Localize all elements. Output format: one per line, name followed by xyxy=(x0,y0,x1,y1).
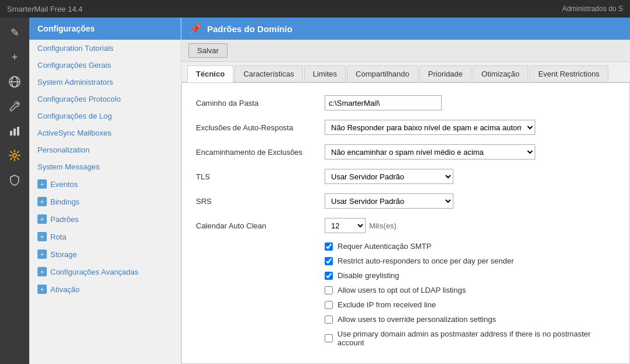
sidebar-item-configuration-tutorials[interactable]: Configuration Tutorials xyxy=(29,40,181,57)
checkbox-row-ldap: Allow users to opt out of LDAP listings xyxy=(196,286,615,294)
top-bar: SmarterMail Free 14.4 Administrados do S xyxy=(0,0,630,18)
svg-rect-5 xyxy=(17,127,19,136)
form-area: Caminho da Pasta Exclusões de Auto-Respo… xyxy=(181,82,630,364)
main-layout: ✎ + Configurações Configuration Tutorial… xyxy=(0,18,630,364)
content-header: 📌 Padrões do Domínio xyxy=(181,18,630,40)
form-row-exclusoes-auto: Exclusões de Auto-Resposta Não Responder… xyxy=(196,119,615,136)
expand-rota-icon: + xyxy=(37,232,47,241)
globe-icon[interactable] xyxy=(3,71,26,92)
sidebar: Configurações Configuration Tutorials Co… xyxy=(29,18,181,364)
content-title: Padrões do Domínio xyxy=(207,24,292,34)
shield-icon[interactable] xyxy=(3,169,26,190)
expand-storage-icon: + xyxy=(37,249,47,259)
checkbox-auto-responders[interactable] xyxy=(325,257,333,265)
wrench-icon[interactable] xyxy=(3,96,26,117)
sidebar-item-configuracoes-log[interactable]: Configurações de Log xyxy=(29,108,181,124)
control-tls: Usar Servidor Padrão xyxy=(325,169,615,184)
control-caminho xyxy=(325,95,615,110)
svg-point-6 xyxy=(13,154,16,157)
compose-icon[interactable]: ✎ xyxy=(3,22,26,43)
calendar-unit-label: Mês(es) xyxy=(369,221,397,230)
form-row-tls: TLS Usar Servidor Padrão xyxy=(196,168,615,185)
sidebar-item-personalization[interactable]: Personalization xyxy=(29,141,181,158)
sidebar-item-activesync[interactable]: ActiveSync Mailboxes xyxy=(29,124,181,141)
save-button[interactable]: Salvar xyxy=(188,43,228,58)
checkbox-label-personalization[interactable]: Allow users to override personalization … xyxy=(338,315,496,324)
sidebar-item-configuracoes-gerais[interactable]: Configurações Gerais xyxy=(29,57,181,74)
label-exclusoes-auto: Exclusões de Auto-Resposta xyxy=(196,123,325,132)
action-bar: Salvar xyxy=(181,40,630,62)
select-calendar-number[interactable]: 12 1 6 24 xyxy=(325,218,366,233)
calendar-clean-control: 12 1 6 24 Mês(es) xyxy=(325,218,397,233)
tab-compartilhando[interactable]: Compartilhando xyxy=(347,65,418,82)
checkbox-ldap[interactable] xyxy=(325,286,333,294)
select-exclusoes-auto[interactable]: Não Responder para baixo nível de spam e… xyxy=(325,120,535,135)
tab-event-restrictions[interactable]: Event Restrictions xyxy=(529,65,608,82)
label-tls: TLS xyxy=(196,172,325,181)
checkbox-personalization[interactable] xyxy=(325,316,333,324)
input-caminho[interactable] xyxy=(325,95,442,110)
expand-avancadas-icon: + xyxy=(37,267,47,276)
expand-bindings-icon: + xyxy=(37,197,47,206)
gear-icon[interactable] xyxy=(3,145,26,166)
select-encaminhamento[interactable]: Não encaminhar o spam nível médio e acim… xyxy=(325,144,535,160)
tabs-row: Técnico Características Limites Comparti… xyxy=(181,62,630,82)
form-row-encaminhamento: Encaminhamento de Exclusões Não encaminh… xyxy=(196,144,615,160)
checkbox-label-postmaster[interactable]: Use primary domain admin as postmaster a… xyxy=(338,330,615,347)
label-caminho: Caminho da Pasta xyxy=(196,99,325,108)
select-srs[interactable]: Usar Servidor Padrão xyxy=(325,193,453,209)
checkbox-row-auto-responders: Restrict auto-responders to once per day… xyxy=(196,256,615,265)
checkbox-row-smtp: Requer Autenticação SMTP xyxy=(196,242,615,251)
sidebar-item-storage[interactable]: + Storage xyxy=(29,245,181,263)
select-tls[interactable]: Usar Servidor Padrão xyxy=(325,169,453,184)
tab-limites[interactable]: Limites xyxy=(304,65,346,82)
checkbox-row-personalization: Allow users to override personalization … xyxy=(196,315,615,324)
compose-add-icon[interactable]: + xyxy=(3,47,26,68)
tab-tecnico[interactable]: Técnico xyxy=(187,65,233,82)
checkbox-label-greylisting[interactable]: Disable greylisting xyxy=(338,271,400,280)
checkbox-label-ldap[interactable]: Allow users to opt out of LDAP listings xyxy=(338,286,466,294)
tab-prioridade[interactable]: Prioridade xyxy=(419,65,471,82)
checkbox-row-postmaster: Use primary domain admin as postmaster a… xyxy=(196,330,615,347)
control-exclusoes-auto: Não Responder para baixo nível de spam e… xyxy=(325,120,615,135)
label-srs: SRS xyxy=(196,197,325,206)
sidebar-header: Configurações xyxy=(29,18,181,40)
bar-chart-icon[interactable] xyxy=(3,120,26,141)
control-encaminhamento: Não encaminhar o spam nível médio e acim… xyxy=(325,144,615,160)
sidebar-item-system-administrators[interactable]: System Administrators xyxy=(29,74,181,91)
form-row-srs: SRS Usar Servidor Padrão xyxy=(196,193,615,209)
app-title: SmarterMail Free 14.4 xyxy=(7,5,82,13)
label-calendar-clean: Calendar Auto Clean xyxy=(196,221,325,230)
control-calendar-clean: 12 1 6 24 Mês(es) xyxy=(325,218,615,233)
tab-otimizacao[interactable]: Otimização xyxy=(473,65,528,82)
expand-padroes-icon: + xyxy=(37,214,47,224)
checkbox-label-smtp[interactable]: Requer Autenticação SMTP xyxy=(338,242,431,251)
expand-ativacao-icon: + xyxy=(37,285,47,294)
content-area: 📌 Padrões do Domínio Salvar Técnico Cara… xyxy=(181,18,630,364)
checkbox-exclude-ip[interactable] xyxy=(325,301,333,309)
sidebar-item-ativacao[interactable]: + Ativação xyxy=(29,280,181,298)
sidebar-item-configuracoes-avancadas[interactable]: + Configurações Avançadas xyxy=(29,263,181,280)
expand-eventos-icon: + xyxy=(37,179,47,189)
form-row-caminho: Caminho da Pasta xyxy=(196,95,615,111)
icon-rail: ✎ + xyxy=(0,18,29,364)
checkbox-row-greylisting: Disable greylisting xyxy=(196,271,615,280)
control-srs: Usar Servidor Padrão xyxy=(325,193,615,209)
checkbox-label-exclude-ip[interactable]: Exclude IP from received line xyxy=(338,300,436,309)
checkbox-label-auto-responders[interactable]: Restrict auto-responders to once per day… xyxy=(338,256,514,265)
sidebar-item-configuracoes-protocolo[interactable]: Configurações Protocolo xyxy=(29,91,181,108)
sidebar-item-rota[interactable]: + Rota xyxy=(29,228,181,245)
sidebar-item-padroes[interactable]: + Padrões xyxy=(29,210,181,228)
sidebar-item-eventos[interactable]: + Eventos xyxy=(29,175,181,193)
sidebar-item-system-messages[interactable]: System Messages xyxy=(29,158,181,175)
sidebar-item-bindings[interactable]: + Bindings xyxy=(29,193,181,210)
svg-rect-3 xyxy=(10,131,12,136)
form-row-calendar-clean: Calendar Auto Clean 12 1 6 24 Mês(es) xyxy=(196,217,615,234)
checkbox-row-exclude-ip: Exclude IP from received line xyxy=(196,300,615,309)
label-encaminhamento: Encaminhamento de Exclusões xyxy=(196,148,325,157)
checkbox-postmaster[interactable] xyxy=(325,334,333,342)
checkbox-smtp[interactable] xyxy=(325,242,333,251)
tab-caracteristicas[interactable]: Características xyxy=(235,65,303,82)
checkbox-greylisting[interactable] xyxy=(325,272,333,280)
svg-rect-4 xyxy=(13,129,16,136)
